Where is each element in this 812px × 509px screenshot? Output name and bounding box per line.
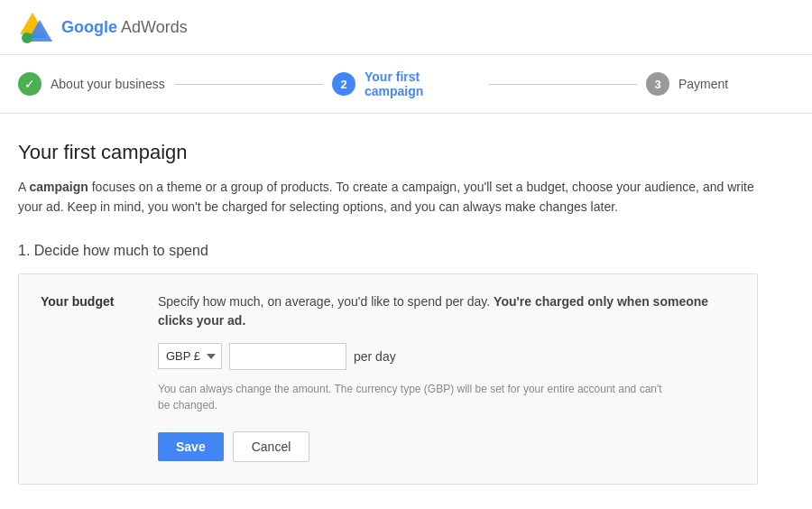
budget-details: Specify how much, on average, you'd like…: [158, 292, 735, 462]
budget-note: You can always change the amount. The cu…: [158, 381, 663, 413]
svg-point-7: [22, 32, 32, 43]
step3-label: Payment: [678, 77, 728, 91]
logo-text: Google AdWords: [61, 18, 188, 37]
step2-number-icon: 2: [332, 72, 355, 96]
save-button[interactable]: Save: [158, 432, 224, 461]
header: Google AdWords: [0, 0, 812, 55]
step-connector-1: [175, 84, 323, 85]
step2-label: Your first campaign: [364, 69, 480, 98]
intro-bold: campaign: [29, 180, 88, 194]
progress-step-1: ✓ About your business: [18, 72, 166, 96]
budget-description: Specify how much, on average, you'd like…: [158, 292, 735, 330]
adwords-logo-svg: [18, 11, 54, 43]
budget-label: Your budget: [41, 292, 131, 462]
progress-step-2: 2 Your first campaign: [332, 69, 480, 98]
progress-bar: ✓ About your business 2 Your first campa…: [0, 55, 812, 114]
cancel-button[interactable]: Cancel: [233, 431, 310, 462]
main-content: Your first campaign A campaign focuses o…: [0, 114, 776, 503]
currency-select[interactable]: GBP £ USD $ EUR €: [158, 343, 222, 369]
logo-google: Google: [61, 18, 117, 36]
progress-step-3: 3 Payment: [646, 72, 794, 96]
button-row: Save Cancel: [158, 431, 735, 462]
budget-desc-regular: Specify how much, on average, you'd like…: [158, 294, 494, 309]
intro-prefix: A: [18, 180, 29, 194]
per-day-label: per day: [354, 349, 396, 364]
step-connector-2: [489, 84, 637, 85]
logo: Google AdWords: [18, 11, 188, 43]
budget-input-row: GBP £ USD $ EUR € per day: [158, 343, 735, 370]
budget-card: Your budget Specify how much, on average…: [18, 273, 758, 485]
intro-suffix: focuses on a theme or a group of product…: [18, 180, 754, 214]
section-title: 1. Decide how much to spend: [18, 243, 758, 259]
step1-check-icon: ✓: [18, 72, 42, 96]
intro-text: A campaign focuses on a theme or a group…: [18, 177, 758, 217]
budget-amount-input[interactable]: [229, 343, 346, 370]
step3-number-icon: 3: [646, 72, 669, 96]
budget-row: Your budget Specify how much, on average…: [41, 292, 735, 462]
page-title: Your first campaign: [18, 141, 758, 164]
step1-label: About your business: [51, 77, 165, 91]
